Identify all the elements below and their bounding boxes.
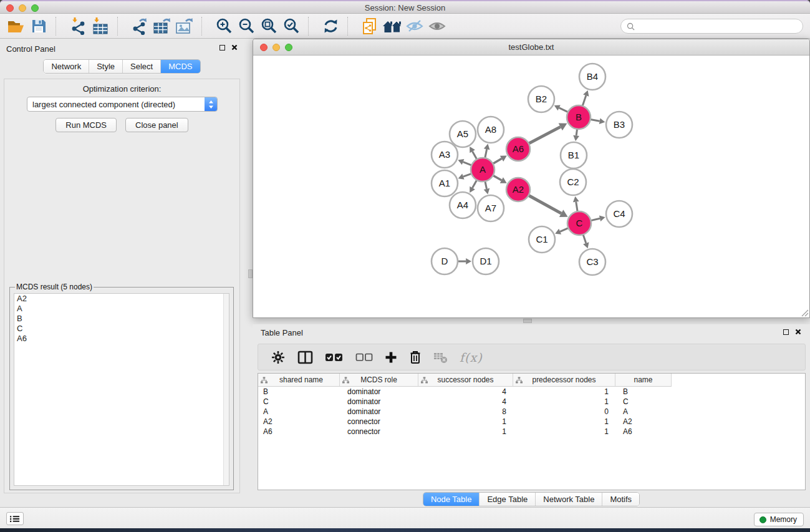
function-builder-icon[interactable]: f(x): [460, 348, 483, 367]
result-item[interactable]: B: [14, 314, 229, 324]
graph-edge[interactable]: [463, 162, 473, 166]
zoom-selected-icon[interactable]: [280, 16, 302, 36]
network-window-titlebar[interactable]: testGlobe.txt: [253, 39, 809, 56]
result-item[interactable]: C: [14, 324, 229, 334]
graph-edge[interactable]: [582, 95, 586, 107]
close-panel-icon[interactable]: [231, 44, 238, 51]
graph-edge-arrow-icon: [466, 258, 471, 264]
unselect-all-columns-icon[interactable]: [355, 348, 373, 367]
zoom-out-icon[interactable]: [235, 16, 258, 36]
table-row[interactable]: A2connector11A2: [258, 417, 805, 427]
export-image-icon[interactable]: [173, 16, 196, 36]
search-box[interactable]: [620, 19, 803, 34]
result-item[interactable]: A2: [14, 294, 229, 304]
tab-edge-table[interactable]: Edge Table: [479, 493, 535, 506]
vertical-split-handle[interactable]: [248, 269, 253, 278]
memory-button[interactable]: Memory: [754, 513, 804, 526]
tab-network[interactable]: Network: [44, 60, 89, 73]
column-header-successor-nodes[interactable]: successor nodes: [418, 374, 513, 386]
import-table-icon[interactable]: [89, 16, 112, 36]
table-cell: 4: [418, 397, 513, 407]
result-scrollbar[interactable]: [223, 294, 229, 485]
node-table-header: shared name MCDS role successor nodes pr…: [258, 374, 672, 387]
run-mcds-button[interactable]: Run MCDS: [55, 118, 117, 132]
zoom-fit-icon[interactable]: [258, 16, 280, 36]
control-panel-title: Control Panel: [6, 44, 55, 54]
refresh-icon[interactable]: [319, 16, 342, 36]
mcds-result-list[interactable]: A2ABCA6: [14, 293, 229, 486]
tab-network-table[interactable]: Network Table: [535, 493, 602, 506]
float-panel-icon[interactable]: [219, 45, 225, 51]
graph-node-label: C1: [536, 234, 547, 244]
graph-edge[interactable]: [493, 158, 502, 164]
graph-edge[interactable]: [560, 228, 569, 231]
hide-selected-icon[interactable]: [403, 16, 426, 36]
graph-edge[interactable]: [559, 108, 569, 112]
column-header-mcds-role[interactable]: MCDS role: [340, 374, 418, 386]
table-row[interactable]: Bdominator41B: [258, 387, 805, 397]
close-panel-button[interactable]: Close panel: [125, 118, 188, 132]
optimization-criterion-label: Optimization criterion:: [4, 84, 239, 94]
table-row[interactable]: Adominator80A: [258, 407, 805, 417]
graph-edge[interactable]: [473, 180, 478, 188]
table-cell: 1: [513, 387, 615, 397]
delete-columns-icon[interactable]: [409, 348, 422, 367]
search-icon: [627, 22, 635, 31]
delete-table-icon[interactable]: [433, 348, 448, 367]
network-canvas[interactable]: B4B2BB3A8A5A6A3B1AC2A1A2A4A7C4CC1C3DD1: [254, 56, 809, 317]
tab-select[interactable]: Select: [122, 60, 160, 73]
attribute-type-icon: [421, 377, 428, 384]
task-history-button[interactable]: [6, 512, 24, 525]
graph-edge[interactable]: [493, 175, 502, 180]
network-graph[interactable]: B4B2BB3A8A5A6A3B1AC2A1A2A4A7C4CC1C3DD1: [254, 56, 809, 317]
export-table-icon[interactable]: [151, 16, 173, 36]
add-column-icon[interactable]: [385, 348, 397, 367]
tab-motifs[interactable]: Motifs: [602, 493, 639, 506]
split-columns-icon[interactable]: [297, 348, 313, 367]
graph-node-label: C2: [567, 177, 579, 187]
column-header-shared-name[interactable]: shared name: [258, 374, 340, 386]
graph-node-label: B2: [536, 94, 547, 104]
tab-node-table[interactable]: Node Table: [423, 493, 480, 506]
graph-node-label: A5: [457, 128, 468, 139]
save-icon[interactable]: [27, 16, 50, 36]
close-table-panel-icon[interactable]: [795, 329, 801, 335]
result-item[interactable]: A6: [14, 334, 229, 344]
optimization-criterion-select[interactable]: largest connected component (directed): [27, 97, 218, 112]
graph-node-label: A2: [513, 184, 524, 195]
toolbar-separator: [55, 17, 62, 36]
column-header-name[interactable]: name: [615, 374, 672, 386]
table-row[interactable]: A6connector11A6: [258, 427, 805, 437]
import-network-icon[interactable]: [67, 16, 89, 36]
column-header-predecessor-nodes[interactable]: predecessor nodes: [513, 374, 615, 386]
first-neighbors-icon[interactable]: [381, 16, 403, 36]
graph-edge[interactable]: [528, 195, 561, 213]
search-input[interactable]: [638, 22, 797, 31]
result-item[interactable]: A: [14, 304, 229, 314]
show-all-icon[interactable]: [426, 16, 448, 36]
tab-mcds[interactable]: MCDS: [160, 60, 200, 73]
tab-style[interactable]: Style: [89, 60, 122, 73]
graph-node-label: B1: [568, 150, 579, 160]
export-network-icon[interactable]: [128, 16, 151, 36]
table-cell: 1: [513, 417, 615, 427]
graph-edge[interactable]: [591, 218, 600, 221]
graph-edge[interactable]: [576, 201, 578, 212]
table-cell: A6: [615, 427, 672, 437]
graph-edge[interactable]: [583, 234, 586, 243]
resize-grip-icon[interactable]: [801, 309, 809, 317]
table-cell: 1: [513, 427, 615, 437]
table-settings-icon[interactable]: [271, 348, 286, 367]
horizontal-split-handle[interactable]: [523, 319, 532, 323]
graph-edge[interactable]: [485, 149, 487, 158]
table-row[interactable]: Cdominator41C: [258, 397, 805, 407]
float-table-panel-icon[interactable]: [783, 329, 789, 335]
zoom-in-icon[interactable]: [213, 16, 235, 36]
graph-node-label: A7: [485, 203, 496, 213]
open-icon[interactable]: [5, 16, 27, 36]
graph-edge[interactable]: [590, 119, 600, 121]
new-network-from-selection-icon[interactable]: [359, 16, 381, 36]
graph-edge[interactable]: [473, 152, 478, 160]
graph-edge[interactable]: [528, 127, 561, 143]
select-all-columns-icon[interactable]: [325, 348, 344, 367]
